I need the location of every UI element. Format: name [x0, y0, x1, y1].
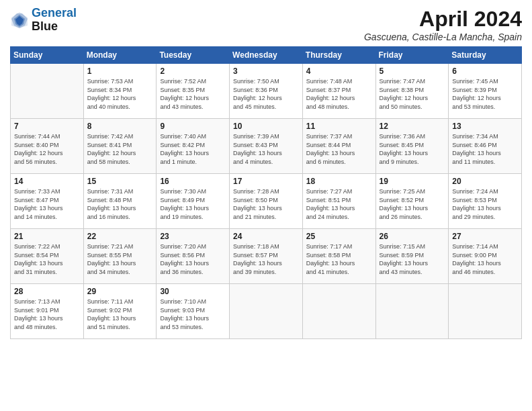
weekday-header-sunday: Sunday [11, 47, 84, 64]
calendar-cell: 15Sunrise: 7:31 AMSunset: 8:48 PMDayligh… [83, 174, 157, 229]
calendar-cell: 17Sunrise: 7:28 AMSunset: 8:50 PMDayligh… [230, 174, 303, 229]
weekday-header-friday: Friday [375, 47, 449, 64]
calendar-cell: 12Sunrise: 7:36 AMSunset: 8:45 PMDayligh… [375, 119, 449, 174]
day-info: Sunrise: 7:27 AMSunset: 8:51 PMDaylight:… [306, 187, 372, 221]
calendar-cell: 21Sunrise: 7:22 AMSunset: 8:54 PMDayligh… [11, 229, 84, 284]
day-number: 9 [160, 122, 226, 131]
calendar-cell: 10Sunrise: 7:39 AMSunset: 8:43 PMDayligh… [230, 119, 303, 174]
logo-text: General Blue [32, 7, 77, 34]
calendar-cell: 24Sunrise: 7:18 AMSunset: 8:57 PMDayligh… [230, 229, 303, 284]
week-row-4: 21Sunrise: 7:22 AMSunset: 8:54 PMDayligh… [11, 229, 522, 284]
day-info: Sunrise: 7:33 AMSunset: 8:47 PMDaylight:… [14, 187, 80, 221]
day-info: Sunrise: 7:42 AMSunset: 8:41 PMDaylight:… [87, 132, 153, 166]
calendar-cell: 14Sunrise: 7:33 AMSunset: 8:47 PMDayligh… [11, 174, 84, 229]
day-info: Sunrise: 7:50 AMSunset: 8:36 PMDaylight:… [233, 77, 299, 111]
calendar-cell: 20Sunrise: 7:24 AMSunset: 8:53 PMDayligh… [449, 174, 522, 229]
day-info: Sunrise: 7:53 AMSunset: 8:34 PMDaylight:… [87, 77, 153, 111]
day-info: Sunrise: 7:36 AMSunset: 8:45 PMDaylight:… [380, 132, 445, 166]
day-info: Sunrise: 7:48 AMSunset: 8:37 PMDaylight:… [306, 77, 372, 111]
day-info: Sunrise: 7:22 AMSunset: 8:54 PMDaylight:… [14, 242, 80, 276]
calendar-cell: 23Sunrise: 7:20 AMSunset: 8:56 PMDayligh… [157, 229, 230, 284]
calendar-cell: 4Sunrise: 7:48 AMSunset: 8:37 PMDaylight… [302, 64, 375, 119]
day-number: 28 [14, 287, 80, 296]
day-number: 6 [452, 66, 518, 76]
day-number: 10 [233, 122, 299, 131]
day-info: Sunrise: 7:13 AMSunset: 9:01 PMDaylight:… [14, 298, 80, 331]
day-number: 13 [452, 122, 518, 131]
calendar-cell: 2Sunrise: 7:52 AMSunset: 8:35 PMDaylight… [157, 64, 230, 119]
day-info: Sunrise: 7:28 AMSunset: 8:50 PMDaylight:… [233, 187, 299, 221]
weekday-header-thursday: Thursday [302, 47, 375, 64]
day-number: 11 [306, 122, 372, 131]
day-number: 14 [14, 177, 80, 186]
calendar-cell: 27Sunrise: 7:14 AMSunset: 9:00 PMDayligh… [449, 229, 522, 284]
day-number: 29 [87, 287, 153, 296]
page: General Blue April 2024 Gascuena, Castil… [0, 0, 532, 411]
day-info: Sunrise: 7:11 AMSunset: 9:02 PMDaylight:… [87, 298, 153, 331]
calendar-cell: 3Sunrise: 7:50 AMSunset: 8:36 PMDaylight… [230, 64, 303, 119]
calendar-cell: 13Sunrise: 7:34 AMSunset: 8:46 PMDayligh… [449, 119, 522, 174]
title-section: April 2024 Gascuena, Castille-La Mancha,… [364, 7, 522, 42]
calendar-cell: 18Sunrise: 7:27 AMSunset: 8:51 PMDayligh… [302, 174, 375, 229]
day-number: 5 [380, 66, 445, 76]
week-row-5: 28Sunrise: 7:13 AMSunset: 9:01 PMDayligh… [11, 284, 522, 339]
day-info: Sunrise: 7:31 AMSunset: 8:48 PMDaylight:… [87, 187, 153, 221]
day-number: 16 [160, 177, 226, 186]
week-row-1: 1Sunrise: 7:53 AMSunset: 8:34 PMDaylight… [11, 64, 522, 119]
day-info: Sunrise: 7:10 AMSunset: 9:03 PMDaylight:… [160, 298, 226, 331]
calendar-cell: 11Sunrise: 7:37 AMSunset: 8:44 PMDayligh… [302, 119, 375, 174]
weekday-header-wednesday: Wednesday [230, 47, 303, 64]
day-info: Sunrise: 7:21 AMSunset: 8:55 PMDaylight:… [87, 242, 153, 276]
day-number: 2 [160, 66, 226, 76]
day-number: 18 [306, 177, 372, 186]
day-number: 27 [452, 232, 518, 241]
day-number: 12 [380, 122, 445, 131]
calendar-cell: 9Sunrise: 7:40 AMSunset: 8:42 PMDaylight… [157, 119, 230, 174]
calendar-cell: 28Sunrise: 7:13 AMSunset: 9:01 PMDayligh… [11, 284, 84, 339]
logo-icon [10, 11, 29, 30]
logo: General Blue [10, 7, 77, 34]
day-info: Sunrise: 7:18 AMSunset: 8:57 PMDaylight:… [233, 242, 299, 276]
day-number: 17 [233, 177, 299, 186]
day-info: Sunrise: 7:44 AMSunset: 8:40 PMDaylight:… [14, 132, 80, 166]
calendar-cell: 5Sunrise: 7:47 AMSunset: 8:38 PMDaylight… [375, 64, 449, 119]
day-number: 4 [306, 66, 372, 76]
day-info: Sunrise: 7:15 AMSunset: 8:59 PMDaylight:… [380, 242, 445, 276]
day-number: 30 [160, 287, 226, 296]
calendar-cell: 19Sunrise: 7:25 AMSunset: 8:52 PMDayligh… [375, 174, 449, 229]
calendar-cell: 30Sunrise: 7:10 AMSunset: 9:03 PMDayligh… [157, 284, 230, 339]
day-info: Sunrise: 7:40 AMSunset: 8:42 PMDaylight:… [160, 132, 226, 166]
day-number: 7 [14, 122, 80, 131]
day-info: Sunrise: 7:37 AMSunset: 8:44 PMDaylight:… [306, 132, 372, 166]
day-info: Sunrise: 7:25 AMSunset: 8:52 PMDaylight:… [380, 187, 445, 221]
day-number: 15 [87, 177, 153, 186]
week-row-2: 7Sunrise: 7:44 AMSunset: 8:40 PMDaylight… [11, 119, 522, 174]
day-number: 8 [87, 122, 153, 131]
calendar-cell: 1Sunrise: 7:53 AMSunset: 8:34 PMDaylight… [83, 64, 157, 119]
day-number: 21 [14, 232, 80, 241]
calendar-cell: 26Sunrise: 7:15 AMSunset: 8:59 PMDayligh… [375, 229, 449, 284]
day-info: Sunrise: 7:24 AMSunset: 8:53 PMDaylight:… [452, 187, 518, 221]
weekday-header-row: SundayMondayTuesdayWednesdayThursdayFrid… [11, 47, 522, 64]
day-number: 23 [160, 232, 226, 241]
day-info: Sunrise: 7:39 AMSunset: 8:43 PMDaylight:… [233, 132, 299, 166]
weekday-header-tuesday: Tuesday [157, 47, 230, 64]
calendar-cell [375, 284, 449, 339]
day-number: 20 [452, 177, 518, 186]
calendar-cell: 6Sunrise: 7:45 AMSunset: 8:39 PMDaylight… [449, 64, 522, 119]
day-number: 26 [380, 232, 445, 241]
day-info: Sunrise: 7:47 AMSunset: 8:38 PMDaylight:… [380, 77, 445, 111]
weekday-header-saturday: Saturday [449, 47, 522, 64]
calendar-cell: 8Sunrise: 7:42 AMSunset: 8:41 PMDaylight… [83, 119, 157, 174]
week-row-3: 14Sunrise: 7:33 AMSunset: 8:47 PMDayligh… [11, 174, 522, 229]
month-title: April 2024 [364, 7, 522, 32]
calendar-table: SundayMondayTuesdayWednesdayThursdayFrid… [10, 46, 522, 339]
logo-line2: Blue [32, 20, 77, 34]
weekday-header-monday: Monday [83, 47, 157, 64]
calendar-cell: 29Sunrise: 7:11 AMSunset: 9:02 PMDayligh… [83, 284, 157, 339]
day-number: 3 [233, 66, 299, 76]
calendar-cell: 25Sunrise: 7:17 AMSunset: 8:58 PMDayligh… [302, 229, 375, 284]
day-number: 24 [233, 232, 299, 241]
calendar-cell: 7Sunrise: 7:44 AMSunset: 8:40 PMDaylight… [11, 119, 84, 174]
calendar-cell [230, 284, 303, 339]
